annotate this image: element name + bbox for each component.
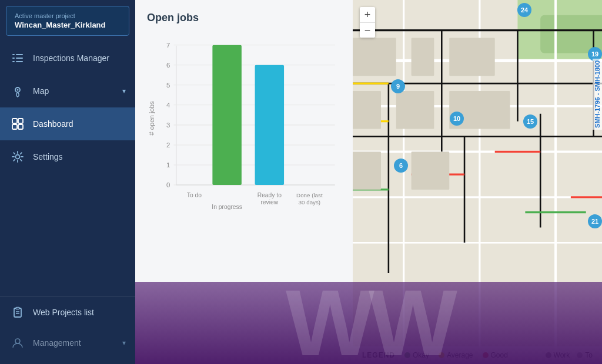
svg-text:30 days): 30 days): [299, 199, 321, 205]
svg-text:Ready to: Ready to: [257, 192, 282, 198]
svg-rect-82: [353, 91, 381, 129]
map-controls: + −: [360, 7, 375, 38]
sidebar-label-inspections-manager: Inspections Manager: [33, 53, 109, 63]
sidebar-label-dashboard: Dashboard: [33, 119, 73, 129]
svg-text:In progress: In progress: [212, 204, 242, 210]
bottom-watermark: WW: [135, 282, 602, 364]
svg-rect-80: [412, 38, 434, 76]
svg-rect-81: [449, 38, 495, 76]
svg-rect-3: [16, 58, 23, 59]
map-badge-15[interactable]: 15: [523, 114, 537, 129]
chevron-down-icon: ▾: [122, 87, 126, 95]
chart-title: Open jobs: [147, 12, 341, 24]
svg-rect-1: [16, 54, 23, 55]
user-icon: [9, 335, 26, 351]
zoom-in-button[interactable]: +: [360, 7, 375, 22]
svg-rect-9: [18, 119, 23, 123]
smh-label: SMH-1796 - SMH-1800: [593, 59, 602, 130]
svg-text:0: 0: [166, 181, 170, 188]
svg-text:4: 4: [166, 102, 170, 109]
active-project-label: Active master project: [15, 12, 121, 19]
svg-text:3: 3: [166, 122, 170, 129]
sidebar-item-dashboard[interactable]: Dashboard: [0, 107, 135, 140]
svg-text:6: 6: [166, 62, 170, 69]
svg-rect-83: [396, 91, 434, 129]
svg-rect-8: [12, 119, 17, 123]
svg-text:Done (last: Done (last: [296, 192, 323, 198]
sidebar-item-web-projects[interactable]: Web Projects list: [0, 297, 135, 328]
sidebar-item-management[interactable]: Management ▾: [0, 328, 135, 358]
svg-rect-40: [255, 65, 285, 185]
svg-text:# open jobs: # open jobs: [148, 101, 155, 136]
watermark-text: WW: [286, 282, 452, 364]
map-badge-6[interactable]: 6: [394, 159, 408, 173]
dashboard-icon: [9, 116, 26, 132]
svg-rect-2: [12, 58, 15, 59]
svg-point-12: [16, 155, 20, 159]
map-badge-10[interactable]: 10: [450, 112, 464, 126]
sidebar-item-settings[interactable]: Settings: [0, 140, 135, 173]
chevron-down-icon-management: ▾: [122, 339, 126, 347]
svg-rect-10: [12, 124, 17, 129]
sidebar-bottom: Web Projects list Management ▾: [0, 296, 135, 364]
svg-rect-85: [353, 151, 381, 190]
sidebar-label-management: Management: [33, 338, 81, 348]
svg-text:review: review: [260, 199, 278, 205]
sidebar-label-settings: Settings: [33, 152, 63, 161]
svg-rect-0: [12, 54, 15, 55]
svg-point-7: [17, 89, 19, 91]
zoom-out-button[interactable]: −: [360, 22, 375, 38]
svg-rect-79: [353, 38, 396, 76]
svg-text:1: 1: [166, 161, 170, 168]
active-project-panel[interactable]: Active master project Wincan_Master_Kirk…: [6, 6, 129, 36]
sidebar-item-inspections-manager[interactable]: Inspections Manager: [0, 42, 135, 75]
svg-rect-86: [412, 151, 450, 190]
project-name: Wincan_Master_Kirkland: [15, 21, 121, 29]
svg-text:5: 5: [166, 82, 170, 89]
sidebar-label-map: Map: [33, 86, 49, 96]
map-icon: [9, 83, 26, 99]
chart-svg: 0 1 2 3 4 5 6 7: [147, 33, 341, 221]
sidebar: Active master project Wincan_Master_Kirk…: [0, 0, 135, 364]
clipboard-icon: [9, 304, 26, 321]
svg-text:To do: To do: [187, 192, 202, 198]
chart-container: 0 1 2 3 4 5 6 7: [147, 33, 341, 221]
map-badge-24[interactable]: 24: [517, 3, 531, 17]
sidebar-label-web-projects: Web Projects list: [33, 308, 94, 317]
settings-icon: [9, 149, 26, 165]
svg-rect-38: [212, 45, 242, 185]
svg-rect-4: [12, 61, 15, 62]
map-badge-21[interactable]: 21: [588, 214, 602, 228]
sidebar-nav: Inspections Manager Map ▾: [0, 42, 135, 296]
svg-text:7: 7: [166, 42, 170, 49]
svg-point-17: [15, 339, 20, 343]
list-icon: [9, 50, 26, 66]
main-content: Open jobs 0 1 2 3 4: [135, 0, 602, 364]
svg-rect-14: [16, 308, 19, 309]
svg-rect-11: [18, 124, 23, 129]
svg-text:2: 2: [166, 141, 170, 149]
svg-rect-5: [16, 61, 23, 62]
map-badge-9[interactable]: 9: [391, 79, 405, 93]
sidebar-item-map[interactable]: Map ▾: [0, 75, 135, 107]
